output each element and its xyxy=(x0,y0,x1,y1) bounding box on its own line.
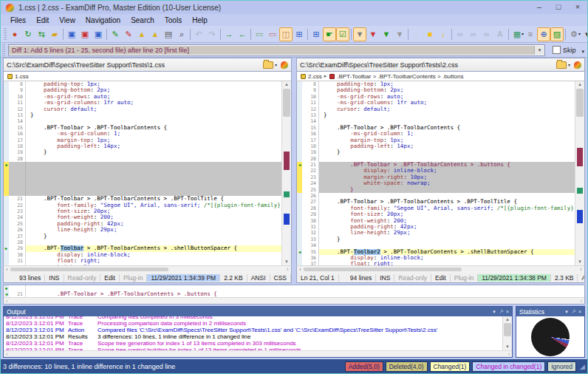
scroll-down-icon[interactable]: ▼ xyxy=(282,259,291,265)
resize-grip[interactable]: ◢ xyxy=(580,363,585,370)
diff-map-mark[interactable] xyxy=(284,214,290,225)
scrollbar-thumb[interactable] xyxy=(576,89,584,117)
save-all-icon[interactable]: ▣ xyxy=(92,27,105,41)
file-dropdown-icon[interactable]: ▾ xyxy=(568,62,570,67)
code-area-second[interactable]: 8 padding-top: 1px;9 padding-bottom: 2px… xyxy=(296,81,585,265)
scroll-left-icon[interactable]: ‹ xyxy=(297,267,304,273)
scroll-right-icon[interactable]: › xyxy=(578,267,584,273)
pin-icon[interactable]: ⊤ xyxy=(570,308,577,316)
output-hscrollbar[interactable]: ‹ › xyxy=(4,350,512,357)
find-next-icon[interactable]: ∞ xyxy=(467,27,480,41)
save-first-icon[interactable]: ▣ xyxy=(65,27,78,41)
copy-right-icon[interactable]: → xyxy=(222,27,236,41)
scroll-left-icon[interactable]: ‹ xyxy=(6,299,7,304)
scroll-left-icon[interactable]: ‹ xyxy=(6,352,7,357)
save-report-first-icon[interactable]: ▲ xyxy=(135,27,148,41)
scroll-left-icon[interactable]: ‹ xyxy=(4,267,10,273)
show-both-panes-icon[interactable]: ◫ xyxy=(279,27,293,41)
menu-item-files[interactable]: Files xyxy=(5,16,31,25)
current-diff-icon[interactable]: ■ xyxy=(423,27,437,41)
mini-hscrollbar[interactable]: ‹ › xyxy=(4,297,584,304)
swap-files-icon[interactable]: ⇆ xyxy=(35,27,48,41)
open-file-icon[interactable] xyxy=(556,61,567,69)
copy-left-icon[interactable]: ← xyxy=(236,27,249,41)
panel-menu-icon[interactable]: ▾ xyxy=(565,309,568,315)
vertical-scrollbar[interactable]: ▲▼ xyxy=(281,81,291,265)
vertical-scrollbar[interactable]: ▲▼ xyxy=(575,81,584,265)
scroll-up-icon[interactable]: ▲ xyxy=(575,81,584,88)
panel-menu-icon[interactable]: ▾ xyxy=(493,309,496,315)
scroll-right-icon[interactable]: › xyxy=(581,299,582,304)
diff-dropdown-button[interactable]: ▾ xyxy=(534,46,544,55)
log-row[interactable]: 8/12/2023 3:12:01 PMTraceProcessing comp… xyxy=(4,320,502,327)
file-dropdown-icon[interactable]: ▾ xyxy=(275,62,277,67)
show-first-pane-icon[interactable]: ▭ xyxy=(253,27,266,41)
find-icon[interactable]: ∞ xyxy=(454,27,467,41)
output-vscrollbar[interactable]: ▲ ▼ xyxy=(502,316,512,350)
show-grid-panes-icon[interactable]: ⊞ xyxy=(293,27,306,41)
diff-map-mark[interactable] xyxy=(577,188,583,193)
filter-all-icon[interactable]: ▼ xyxy=(353,27,366,41)
print-icon[interactable]: ▤ xyxy=(162,27,175,41)
previous-diff-icon[interactable]: ↑ xyxy=(410,27,423,41)
diff-map-mark[interactable] xyxy=(577,210,583,222)
compare-icon[interactable] xyxy=(281,61,288,69)
scroll-up-icon[interactable]: ▲ xyxy=(503,316,512,323)
edit-options-icon[interactable]: ▨ xyxy=(550,27,564,41)
scrollbar-thumb[interactable] xyxy=(304,268,462,271)
save-report-second-icon[interactable]: ▲ xyxy=(148,27,162,41)
scroll-right-icon[interactable]: › xyxy=(508,352,510,357)
menu-item-tools[interactable]: Tools xyxy=(160,16,187,25)
show-second-pane-icon[interactable]: ▭ xyxy=(266,27,279,41)
zoom-icon[interactable]: ⌕ xyxy=(175,27,188,41)
diff-map-mark[interactable] xyxy=(284,152,290,170)
close-panel-icon[interactable]: × xyxy=(506,309,509,314)
breadcrumb-item[interactable]: .BPT-Toolbar > .BPT-ToolbarContents > .b… xyxy=(337,73,463,80)
scroll-right-icon[interactable]: › xyxy=(284,267,291,273)
scroll-down-icon[interactable]: ▼ xyxy=(503,344,512,350)
redo-icon[interactable]: ↷ xyxy=(205,27,219,41)
compare-icon[interactable]: ● xyxy=(8,27,21,41)
close-button[interactable]: × xyxy=(568,1,587,14)
sync-scroll-icon[interactable]: ☛ xyxy=(323,27,336,41)
refresh-icon[interactable]: ↻ xyxy=(21,27,35,41)
minimize-button[interactable]: – xyxy=(530,1,549,14)
open-files-icon[interactable]: ▰ xyxy=(48,27,61,41)
scroll-up-icon[interactable]: ▲ xyxy=(282,81,291,88)
diff-map-mark[interactable] xyxy=(577,148,583,166)
menu-item-navigation[interactable]: Navigation xyxy=(81,16,126,25)
filter-moved-icon[interactable]: ▼ xyxy=(393,27,406,41)
next-diff-icon[interactable]: ↓ xyxy=(437,27,450,41)
plugins-icon[interactable]: ⊕ xyxy=(537,27,550,41)
save-second-icon[interactable]: ▣ xyxy=(78,27,92,41)
scrollbar-thumb[interactable] xyxy=(283,89,290,117)
close-panel-icon[interactable]: × xyxy=(578,309,581,314)
breadcrumb-item[interactable]: 2.css xyxy=(308,73,322,80)
scroll-down-icon[interactable]: ▼ xyxy=(575,259,584,265)
overflow-chevron-icon[interactable]: ▾ xyxy=(581,49,584,55)
match-case-icon[interactable]: A xyxy=(493,27,507,41)
menu-item-edit[interactable]: Edit xyxy=(31,16,54,25)
undo-icon[interactable]: ↶ xyxy=(192,27,205,41)
pin-icon[interactable]: ⊤ xyxy=(497,308,505,316)
toolbar-overflow-icon[interactable]: ▾ xyxy=(581,27,588,41)
image-compare-icon[interactable]: ▦▾ xyxy=(510,27,524,41)
diffbar-grip[interactable] xyxy=(2,44,5,56)
diff-combobox[interactable]: Diff 1: Add 5 lines (21 - 25, second fil… xyxy=(8,44,545,56)
scrollbar-thumb[interactable] xyxy=(10,268,168,271)
log-row[interactable]: 8/12/2023 3:12:01 PMResults3 differences… xyxy=(4,333,502,340)
log-row[interactable]: 8/12/2023 3:12:01 PMActionCompared files… xyxy=(4,327,502,333)
maximize-button[interactable]: □ xyxy=(549,1,568,14)
open-file-icon[interactable] xyxy=(263,61,273,69)
horizontal-scrollbar[interactable]: ‹› xyxy=(296,265,585,273)
code-area-first[interactable]: 8 padding-top: 1px;9 padding-bottom: 2px… xyxy=(3,81,292,265)
edit-second-icon[interactable]: ✎ xyxy=(122,27,135,41)
options-icon[interactable]: ⚙▾ xyxy=(567,27,581,41)
horizontal-scrollbar[interactable]: ‹› xyxy=(3,265,292,273)
menu-item-view[interactable]: View xyxy=(54,16,81,25)
edit-first-icon[interactable]: ✎ xyxy=(109,27,122,41)
log-row[interactable]: 8/12/2023 3:12:01 PMTraceScope tree gene… xyxy=(4,340,502,347)
toolbar-grip[interactable] xyxy=(4,28,7,40)
filter-deleted-icon[interactable]: ▼ xyxy=(366,27,380,41)
breadcrumb-item[interactable]: 1.css xyxy=(15,73,29,80)
